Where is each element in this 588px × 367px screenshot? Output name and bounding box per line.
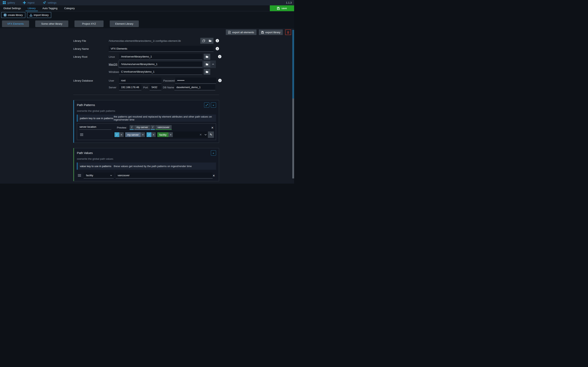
db-name-input[interactable] bbox=[174, 84, 215, 90]
root-collapse-button[interactable] bbox=[210, 61, 216, 67]
folder-icon bbox=[206, 71, 208, 73]
copy-icon bbox=[202, 39, 205, 42]
library-root-label: Library Root bbox=[73, 54, 109, 58]
top-navbar: gallery ingest settings 1.1.3 bbox=[0, 0, 294, 5]
gears-icon bbox=[43, 1, 46, 4]
db-password-label: Password bbox=[163, 79, 175, 82]
preview-chip: vancouver bbox=[155, 125, 172, 130]
library-tabs-row: VFX Elements Some other library Project … bbox=[0, 19, 294, 28]
pattern-tag-slash[interactable]: / ✕ bbox=[114, 132, 124, 137]
db-server-input[interactable] bbox=[119, 84, 141, 90]
tab-auto-tagging[interactable]: Auto Tagging bbox=[39, 5, 61, 11]
export-toolbar: export all elements export library bbox=[0, 29, 294, 35]
root-macos-label[interactable]: MacOS bbox=[109, 63, 119, 66]
path-values-panel: Path Values + overwrite the global path … bbox=[73, 148, 219, 181]
value-input[interactable] bbox=[116, 173, 213, 178]
export-all-elements-label: export all elements bbox=[232, 31, 254, 34]
path-value-item: facility × bbox=[77, 173, 216, 178]
import-library-button[interactable]: import library bbox=[27, 12, 51, 18]
remove-tag-icon[interactable]: ✕ bbox=[168, 132, 173, 137]
remove-tag-icon[interactable]: ✕ bbox=[151, 132, 156, 137]
pattern-tag-slash[interactable]: / ✕ bbox=[147, 132, 156, 137]
library-tab-project-xyz[interactable]: Project XYZ bbox=[74, 20, 104, 27]
db-user-input[interactable] bbox=[119, 78, 162, 83]
delete-library-button[interactable] bbox=[285, 29, 291, 35]
copy-path-button[interactable] bbox=[200, 38, 207, 44]
db-server-label: Server bbox=[109, 86, 119, 89]
plus-icon: + bbox=[213, 103, 215, 107]
folder-open-icon bbox=[209, 40, 212, 42]
open-file-browser-button[interactable] bbox=[207, 38, 214, 44]
path-patterns-header-col2: the patterns get resolved and replaced b… bbox=[114, 115, 216, 121]
root-linux-browse-button[interactable] bbox=[204, 54, 210, 60]
root-windows-browse-button[interactable] bbox=[204, 69, 210, 75]
nav-gallery-label: gallery bbox=[7, 1, 15, 4]
library-name-input[interactable] bbox=[109, 46, 214, 52]
library-database-info-icon[interactable]: i bbox=[218, 79, 222, 82]
remove-value-button[interactable]: × bbox=[213, 174, 215, 177]
export-all-elements-button[interactable]: export all elements bbox=[226, 29, 257, 35]
library-root-info-icon[interactable]: i bbox=[218, 55, 221, 58]
library-file-info-icon[interactable]: i bbox=[216, 39, 219, 42]
remove-tag-icon[interactable]: ✕ bbox=[141, 132, 145, 137]
floppy-icon bbox=[261, 31, 264, 33]
value-key-select[interactable]: facility bbox=[84, 173, 114, 178]
create-library-button[interactable]: create library bbox=[1, 12, 25, 18]
library-name-row: Library Name i bbox=[73, 46, 219, 52]
pencil-icon: ✎ bbox=[210, 133, 212, 136]
remove-pattern-button[interactable]: × bbox=[211, 126, 214, 130]
nav-gallery[interactable]: gallery bbox=[3, 1, 15, 4]
db-port-input[interactable] bbox=[149, 84, 161, 90]
path-pattern-item: Preview: / my-server / vancouver × / ✕ bbox=[77, 123, 216, 140]
path-patterns-subtitle: overwrite the global path patterns bbox=[77, 109, 216, 112]
nav-settings[interactable]: settings bbox=[43, 1, 57, 4]
root-windows-input[interactable] bbox=[119, 69, 202, 75]
scrollbar-track[interactable] bbox=[292, 99, 294, 178]
export-library-button[interactable]: export library bbox=[259, 29, 283, 35]
nav-ingest-label: ingest bbox=[27, 1, 35, 4]
library-file-buttons bbox=[200, 38, 214, 44]
db-password-input[interactable] bbox=[175, 78, 216, 83]
library-name-info-icon[interactable]: i bbox=[216, 47, 219, 50]
clear-tags-icon[interactable]: ✕ bbox=[199, 133, 202, 136]
db-name-label: DB Name bbox=[163, 86, 174, 89]
create-library-label: create library bbox=[8, 14, 23, 17]
root-macos-input[interactable] bbox=[119, 61, 202, 67]
preview-chip: my-server bbox=[134, 125, 150, 130]
folder-icon bbox=[206, 56, 208, 58]
preview-chip: / bbox=[130, 125, 134, 130]
root-windows-label: Windows bbox=[109, 70, 119, 73]
library-tab-some-other-library[interactable]: Some other library bbox=[35, 20, 68, 27]
library-form: Library File /Volumes/das-element/librar… bbox=[73, 38, 219, 95]
path-patterns-expand-button[interactable] bbox=[204, 102, 209, 108]
nav-ingest[interactable]: ingest bbox=[23, 1, 35, 4]
pattern-tag-editor[interactable]: / ✕ my-server ✕ / ✕ facility bbox=[113, 132, 208, 138]
remove-tag-icon[interactable]: ✕ bbox=[119, 132, 124, 137]
tab-category[interactable]: Category bbox=[61, 5, 78, 11]
pattern-tag-my-server[interactable]: my-server ✕ bbox=[125, 132, 145, 137]
preview-chip: / bbox=[151, 125, 155, 130]
root-linux-input[interactable] bbox=[119, 54, 202, 60]
folder-icon bbox=[206, 63, 208, 66]
expand-icon bbox=[206, 104, 208, 106]
drag-handle-icon[interactable] bbox=[80, 134, 83, 135]
pattern-key-input[interactable] bbox=[79, 125, 111, 130]
path-patterns-add-button[interactable]: + bbox=[211, 102, 216, 108]
document-export-icon bbox=[228, 31, 231, 34]
pattern-tag-facility[interactable]: facility ✕ bbox=[157, 132, 173, 137]
save-button-label: save bbox=[281, 7, 287, 10]
chevron-down-icon[interactable] bbox=[205, 134, 207, 135]
library-tab-vfx-elements[interactable]: VFX Elements bbox=[2, 20, 29, 27]
scrollbar-thumb[interactable] bbox=[292, 30, 294, 99]
tab-global-settings[interactable]: Global Settings bbox=[0, 5, 24, 11]
path-values-add-button[interactable]: + bbox=[211, 150, 216, 156]
save-button[interactable]: save bbox=[270, 5, 294, 11]
root-macos-browse-button[interactable] bbox=[204, 61, 210, 67]
drag-handle-icon[interactable] bbox=[78, 175, 81, 176]
root-linux-row: Linux bbox=[109, 54, 216, 60]
db-port-label: Port bbox=[143, 86, 149, 89]
library-tab-element-library[interactable]: Element Library bbox=[110, 20, 139, 27]
tab-library[interactable]: Library bbox=[24, 5, 39, 11]
edit-pattern-button[interactable]: ✎ bbox=[208, 132, 214, 138]
library-file-label: Library File bbox=[73, 38, 109, 42]
